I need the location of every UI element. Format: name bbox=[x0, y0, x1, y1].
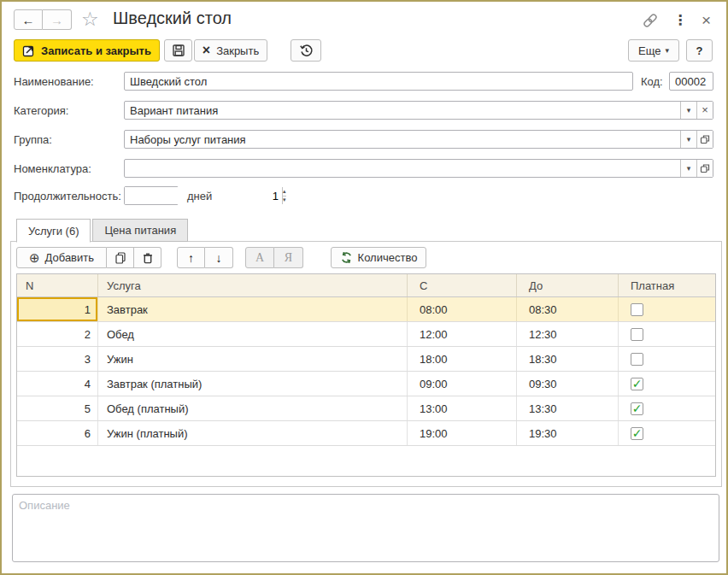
favorite-star-icon[interactable]: ☆ bbox=[81, 8, 99, 31]
close-button[interactable]: × Закрыть bbox=[194, 39, 267, 62]
link-icon[interactable] bbox=[642, 12, 659, 29]
tab-services[interactable]: Услуги (6) bbox=[16, 219, 91, 243]
help-button[interactable]: ? bbox=[686, 39, 713, 62]
cell-service[interactable]: Завтрак bbox=[98, 297, 408, 321]
name-field-label: Наименование: bbox=[14, 75, 94, 88]
cell-paid[interactable] bbox=[619, 297, 715, 321]
cell-service[interactable]: Ужин bbox=[98, 347, 408, 371]
column-header-to[interactable]: До bbox=[517, 274, 619, 296]
help-label: ? bbox=[696, 44, 703, 57]
cell-service[interactable]: Ужин (платный) bbox=[98, 421, 408, 445]
chevron-down-icon: ▾ bbox=[687, 135, 691, 144]
cell-to[interactable]: 09:30 bbox=[517, 372, 619, 396]
group-open-button[interactable] bbox=[696, 131, 713, 148]
table-row[interactable]: 5Обед (платный)13:0013:30 bbox=[17, 396, 715, 421]
copy-row-button[interactable] bbox=[107, 247, 134, 268]
clear-x-icon: × bbox=[702, 106, 708, 114]
cell-paid[interactable] bbox=[619, 421, 715, 445]
save-close-icon bbox=[22, 44, 36, 57]
table-row[interactable]: 3Ужин18:0018:30 bbox=[17, 347, 715, 372]
paid-checkbox[interactable] bbox=[631, 402, 643, 415]
cell-to[interactable]: 18:30 bbox=[517, 347, 619, 371]
cell-paid[interactable] bbox=[619, 372, 715, 396]
move-down-button[interactable]: ↓ bbox=[205, 247, 233, 268]
group-combo: ▾ bbox=[124, 130, 713, 149]
nomenclature-open-button[interactable] bbox=[696, 160, 713, 177]
column-header-n[interactable]: N bbox=[17, 274, 98, 296]
column-header-service[interactable]: Услуга bbox=[98, 274, 408, 296]
cell-service[interactable]: Обед (платный) bbox=[98, 396, 408, 420]
more-label: Еще bbox=[638, 44, 660, 57]
description-textarea[interactable] bbox=[12, 494, 719, 562]
cell-to[interactable]: 19:30 bbox=[517, 421, 619, 445]
name-input[interactable] bbox=[124, 72, 633, 91]
nomenclature-dropdown-button[interactable]: ▾ bbox=[680, 160, 696, 177]
cell-paid[interactable] bbox=[619, 396, 715, 420]
page-title: Шведский стол bbox=[113, 9, 232, 28]
sort-desc-button[interactable]: Я bbox=[274, 247, 303, 268]
paid-checkbox[interactable] bbox=[631, 427, 643, 440]
window-close-icon[interactable]: × bbox=[702, 14, 711, 27]
save-button[interactable] bbox=[164, 39, 192, 62]
paid-checkbox[interactable] bbox=[631, 303, 643, 316]
paid-checkbox[interactable] bbox=[631, 378, 643, 390]
more-button[interactable]: Еще ▾ bbox=[628, 39, 679, 62]
cell-paid[interactable] bbox=[619, 322, 715, 346]
sort-buttons: А Я bbox=[245, 247, 303, 268]
cell-from[interactable]: 19:00 bbox=[408, 421, 517, 445]
history-clock-icon bbox=[299, 44, 314, 58]
column-header-paid[interactable]: Платная bbox=[619, 274, 715, 296]
move-up-button[interactable]: ↑ bbox=[177, 247, 205, 268]
forward-button[interactable]: → bbox=[43, 9, 72, 30]
delete-row-button[interactable] bbox=[134, 247, 161, 268]
table-row[interactable]: 2Обед12:0012:30 bbox=[17, 322, 715, 347]
column-header-from[interactable]: С bbox=[408, 274, 517, 296]
cell-from[interactable]: 09:00 bbox=[408, 372, 517, 396]
cell-to[interactable]: 12:30 bbox=[517, 322, 619, 346]
spin-up-icon[interactable]: ▴ bbox=[283, 187, 286, 197]
back-button[interactable]: ← bbox=[14, 9, 43, 30]
cell-service[interactable]: Обед bbox=[98, 322, 408, 346]
cell-to[interactable]: 08:30 bbox=[517, 297, 619, 321]
code-input[interactable] bbox=[669, 72, 713, 91]
add-row-button[interactable]: ⊕ Добавить bbox=[16, 247, 107, 268]
nomenclature-input[interactable] bbox=[125, 160, 680, 177]
paid-checkbox[interactable] bbox=[631, 353, 643, 366]
group-input[interactable] bbox=[125, 131, 680, 148]
category-field-label: Категория: bbox=[14, 104, 68, 117]
category-clear-button[interactable]: × bbox=[696, 102, 713, 119]
category-dropdown-button[interactable]: ▾ bbox=[680, 102, 696, 119]
cell-n[interactable]: 2 bbox=[17, 322, 98, 346]
paid-checkbox[interactable] bbox=[631, 328, 643, 341]
spin-down-icon[interactable]: ▾ bbox=[283, 197, 286, 205]
nomenclature-combo: ▾ bbox=[124, 159, 713, 178]
category-input[interactable] bbox=[125, 102, 680, 119]
table-row[interactable]: 1Завтрак08:0008:30 bbox=[17, 297, 715, 322]
save-and-close-button[interactable]: Записать и закрыть bbox=[14, 39, 160, 62]
cell-n[interactable]: 3 bbox=[17, 347, 98, 371]
kebab-menu-icon[interactable]: ⋮ bbox=[673, 14, 687, 27]
services-table: N Услуга С До Платная 1Завтрак08:0008:30… bbox=[16, 273, 716, 477]
arrow-up-icon: ↑ bbox=[188, 251, 194, 265]
cell-from[interactable]: 18:00 bbox=[408, 347, 517, 371]
cell-from[interactable]: 13:00 bbox=[408, 396, 517, 420]
table-row[interactable]: 4Завтрак (платный)09:0009:30 bbox=[17, 372, 715, 396]
table-row[interactable]: 6Ужин (платный)19:0019:30 bbox=[17, 421, 715, 446]
cell-service[interactable]: Завтрак (платный) bbox=[98, 372, 408, 396]
cell-n[interactable]: 6 bbox=[17, 421, 98, 445]
cell-paid[interactable] bbox=[619, 347, 715, 371]
table-header: N Услуга С До Платная bbox=[17, 274, 715, 297]
group-dropdown-button[interactable]: ▾ bbox=[680, 131, 696, 148]
cell-n[interactable]: 4 bbox=[17, 372, 98, 396]
refresh-count-button[interactable]: Количество bbox=[331, 247, 426, 268]
cell-n[interactable]: 5 bbox=[17, 396, 98, 420]
cell-n[interactable]: 1 bbox=[17, 297, 98, 321]
sort-asc-button[interactable]: А bbox=[245, 247, 274, 268]
history-button[interactable] bbox=[291, 39, 321, 62]
tab-food-price[interactable]: Цена питания bbox=[92, 219, 188, 242]
form-window: ← → ☆ Шведский стол ⋮ × Записать и закры… bbox=[0, 0, 728, 575]
cell-from[interactable]: 08:00 bbox=[408, 297, 517, 321]
cell-to[interactable]: 13:30 bbox=[517, 396, 619, 420]
refresh-count-label: Количество bbox=[358, 251, 418, 264]
cell-from[interactable]: 12:00 bbox=[408, 322, 517, 346]
